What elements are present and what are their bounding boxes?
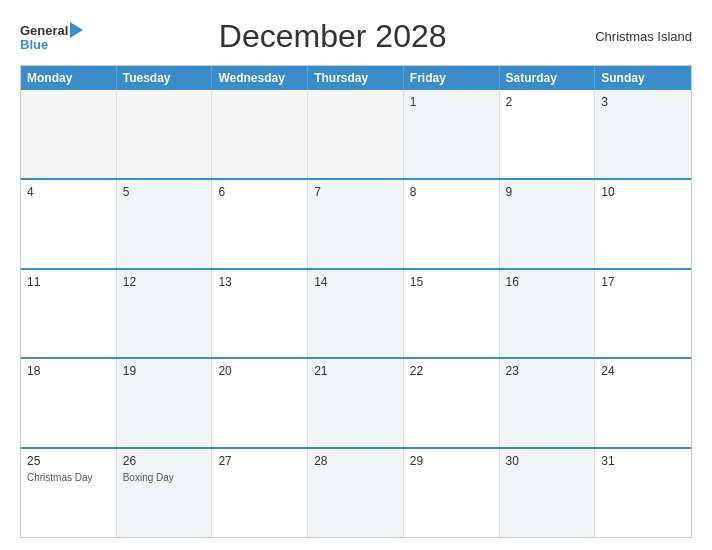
table-row: 20 xyxy=(212,359,308,447)
calendar-body: 1 2 3 4 5 6 xyxy=(21,90,691,537)
table-row: 14 xyxy=(308,270,404,358)
table-row: 29 xyxy=(404,449,500,537)
table-row xyxy=(212,90,308,178)
table-row: 28 xyxy=(308,449,404,537)
col-monday: Monday xyxy=(21,66,117,90)
logo-general: General xyxy=(20,24,68,37)
table-row: 13 xyxy=(212,270,308,358)
col-wednesday: Wednesday xyxy=(212,66,308,90)
table-row: 19 xyxy=(117,359,213,447)
calendar: Monday Tuesday Wednesday Thursday Friday… xyxy=(20,65,692,538)
table-row: 31 xyxy=(595,449,691,537)
table-row: 16 xyxy=(500,270,596,358)
week-5: 25 Christmas Day 26 Boxing Day 27 28 29 xyxy=(21,447,691,537)
col-friday: Friday xyxy=(404,66,500,90)
table-row: 21 xyxy=(308,359,404,447)
table-row xyxy=(308,90,404,178)
table-row: 7 xyxy=(308,180,404,268)
week-1: 1 2 3 xyxy=(21,90,691,178)
table-row xyxy=(117,90,213,178)
col-saturday: Saturday xyxy=(500,66,596,90)
week-2: 4 5 6 7 8 9 10 xyxy=(21,178,691,268)
table-row: 27 xyxy=(212,449,308,537)
table-row: 1 xyxy=(404,90,500,178)
table-row: 24 xyxy=(595,359,691,447)
table-row xyxy=(21,90,117,178)
col-tuesday: Tuesday xyxy=(117,66,213,90)
logo-flag-icon xyxy=(70,22,83,38)
logo-row: General xyxy=(20,22,83,38)
table-row: 23 xyxy=(500,359,596,447)
calendar-header: Monday Tuesday Wednesday Thursday Friday… xyxy=(21,66,691,90)
logo: General Blue xyxy=(20,22,83,51)
week-3: 11 12 13 14 15 16 17 xyxy=(21,268,691,358)
col-thursday: Thursday xyxy=(308,66,404,90)
table-row: 25 Christmas Day xyxy=(21,449,117,537)
table-row: 12 xyxy=(117,270,213,358)
table-row: 30 xyxy=(500,449,596,537)
table-row: 15 xyxy=(404,270,500,358)
table-row: 6 xyxy=(212,180,308,268)
table-row: 8 xyxy=(404,180,500,268)
table-row: 4 xyxy=(21,180,117,268)
week-4: 18 19 20 21 22 23 24 xyxy=(21,357,691,447)
table-row: 5 xyxy=(117,180,213,268)
table-row: 17 xyxy=(595,270,691,358)
table-row: 3 xyxy=(595,90,691,178)
logo-blue: Blue xyxy=(20,38,83,51)
table-row: 2 xyxy=(500,90,596,178)
page-header: General Blue December 2028 Christmas Isl… xyxy=(20,18,692,55)
boxing-day-event: Boxing Day xyxy=(123,472,206,483)
location-label: Christmas Island xyxy=(582,29,692,44)
col-sunday: Sunday xyxy=(595,66,691,90)
christmas-day-event: Christmas Day xyxy=(27,472,110,483)
table-row: 18 xyxy=(21,359,117,447)
table-row: 10 xyxy=(595,180,691,268)
month-title: December 2028 xyxy=(83,18,582,55)
table-row: 9 xyxy=(500,180,596,268)
logo-text-wrap: General Blue xyxy=(20,22,83,51)
table-row: 11 xyxy=(21,270,117,358)
table-row: 22 xyxy=(404,359,500,447)
table-row: 26 Boxing Day xyxy=(117,449,213,537)
calendar-page: General Blue December 2028 Christmas Isl… xyxy=(0,0,712,550)
